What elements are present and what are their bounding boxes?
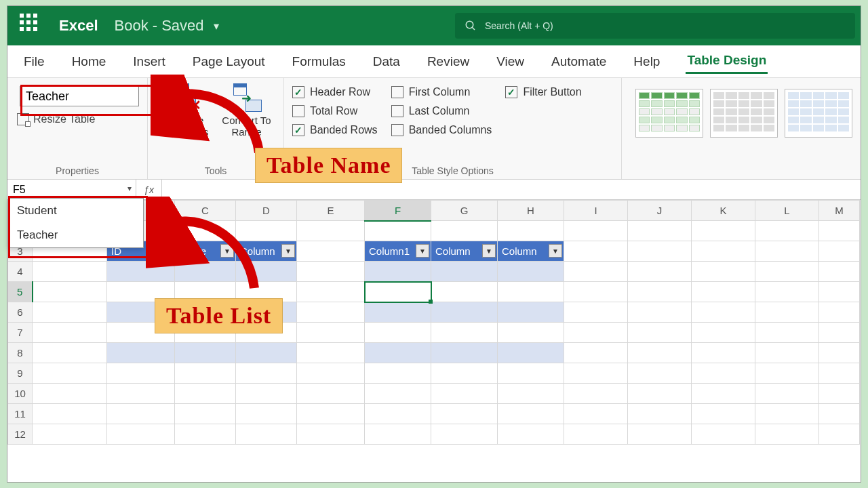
- tab-automate[interactable]: Automate: [550, 50, 608, 73]
- col-header[interactable]: D: [236, 201, 297, 221]
- style-thumb-green[interactable]: [635, 89, 703, 138]
- active-cell[interactable]: [365, 282, 431, 302]
- row-header[interactable]: 11: [8, 404, 33, 424]
- col-header[interactable]: F: [365, 201, 431, 221]
- checkbox-header-row[interactable]: ✓Header Row: [292, 86, 378, 98]
- tab-page-layout[interactable]: Page Layout: [191, 50, 267, 73]
- search-placeholder: Search (Alt + Q): [485, 20, 553, 31]
- tab-review[interactable]: Review: [426, 50, 471, 73]
- tab-insert[interactable]: Insert: [132, 50, 167, 73]
- row-header[interactable]: 7: [8, 323, 33, 343]
- search-icon: [465, 20, 477, 32]
- col-header[interactable]: L: [755, 201, 819, 221]
- ribbon-tabs: File Home Insert Page Layout Formulas Da…: [7, 45, 861, 78]
- style-thumb-black[interactable]: [710, 89, 778, 138]
- document-name[interactable]: Book - Saved: [115, 17, 204, 35]
- filter-icon[interactable]: ▼: [549, 244, 562, 258]
- remove-duplicates-icon: ✕: [170, 82, 200, 112]
- name-list-item[interactable]: Teacher: [9, 223, 143, 247]
- annotation-label-table-name: Table Name: [255, 148, 402, 183]
- col-header[interactable]: G: [431, 201, 498, 221]
- row-header[interactable]: 8: [8, 343, 33, 363]
- chevron-down-icon[interactable]: ▾: [214, 20, 219, 33]
- checkbox-banded-columns[interactable]: Banded Columns: [391, 124, 492, 136]
- col-header[interactable]: C: [175, 201, 236, 221]
- row-header[interactable]: 5: [8, 282, 33, 302]
- title-bar: Excel Book - Saved ▾ Search (Alt + Q): [7, 6, 861, 45]
- tab-table-design[interactable]: Table Design: [686, 49, 768, 74]
- table1-header-name[interactable]: Name▼: [175, 241, 236, 262]
- style-thumb-blue[interactable]: [785, 89, 852, 138]
- name-box-value: F5: [13, 184, 26, 196]
- col-header[interactable]: I: [564, 201, 628, 221]
- filter-icon[interactable]: ▼: [482, 244, 496, 258]
- table2-header-3[interactable]: Column▼: [498, 241, 564, 262]
- checkbox-last-column[interactable]: Last Column: [391, 105, 492, 117]
- svg-point-0: [466, 21, 473, 28]
- remove-duplicates-button[interactable]: ✕ Remove Duplicates: [156, 82, 214, 138]
- name-box[interactable]: F5 ▾: [7, 180, 136, 199]
- app-launcher-icon[interactable]: [20, 14, 44, 38]
- checkbox-total-row[interactable]: Total Row: [292, 105, 378, 117]
- table2-header-2[interactable]: Column▼: [431, 241, 498, 262]
- tab-data[interactable]: Data: [372, 50, 401, 73]
- tab-view[interactable]: View: [495, 50, 526, 73]
- name-list-item[interactable]: Student: [9, 199, 143, 223]
- col-header[interactable]: J: [628, 201, 692, 221]
- tab-formulas[interactable]: Formulas: [291, 50, 347, 73]
- app-name: Excel: [59, 17, 98, 35]
- table1-header-col[interactable]: Column▼: [236, 241, 297, 262]
- annotation-label-table-list: Table List: [155, 298, 283, 333]
- col-header[interactable]: H: [498, 201, 564, 221]
- tab-file[interactable]: File: [22, 50, 46, 73]
- checkbox-filter-button[interactable]: ✓Filter Button: [505, 86, 581, 98]
- row-header[interactable]: 6: [8, 302, 33, 323]
- resize-icon: [17, 113, 29, 125]
- resize-table-label: Resize Table: [33, 113, 95, 125]
- col-header[interactable]: M: [819, 201, 860, 221]
- name-box-dropdown[interactable]: Student Teacher: [8, 198, 144, 248]
- svg-line-1: [472, 27, 475, 30]
- resize-table-button[interactable]: Resize Table: [17, 113, 95, 125]
- ribbon: Resize Table Properties ✕ Remove Duplica…: [7, 78, 861, 180]
- filter-icon[interactable]: ▼: [416, 244, 429, 258]
- row-header[interactable]: 9: [8, 363, 33, 384]
- checkbox-banded-rows[interactable]: ✓Banded Rows: [292, 124, 378, 136]
- row-header[interactable]: 10: [8, 384, 33, 404]
- col-header[interactable]: K: [692, 201, 755, 221]
- table2-header-1[interactable]: Column1▼: [365, 241, 431, 262]
- row-header[interactable]: 4: [8, 262, 33, 282]
- col-header[interactable]: E: [297, 201, 365, 221]
- row-header[interactable]: 12: [8, 424, 33, 445]
- table-name-input[interactable]: [20, 86, 139, 106]
- tab-home[interactable]: Home: [71, 50, 108, 73]
- fx-label: ƒx: [136, 180, 162, 199]
- tab-help[interactable]: Help: [632, 50, 661, 73]
- convert-to-range-icon: ➜: [232, 82, 262, 112]
- search-box[interactable]: Search (Alt + Q): [455, 13, 855, 39]
- filter-icon[interactable]: ▼: [220, 244, 234, 258]
- filter-icon[interactable]: ▼: [281, 244, 295, 258]
- filter-icon[interactable]: ▼: [159, 244, 173, 258]
- chevron-down-icon[interactable]: ▾: [127, 184, 132, 193]
- table-styles-gallery[interactable]: [630, 83, 852, 138]
- convert-to-range-button[interactable]: ➜ Convert To Range: [218, 82, 275, 138]
- group-label-properties: Properties: [7, 165, 147, 176]
- checkbox-first-column[interactable]: First Column: [391, 86, 492, 98]
